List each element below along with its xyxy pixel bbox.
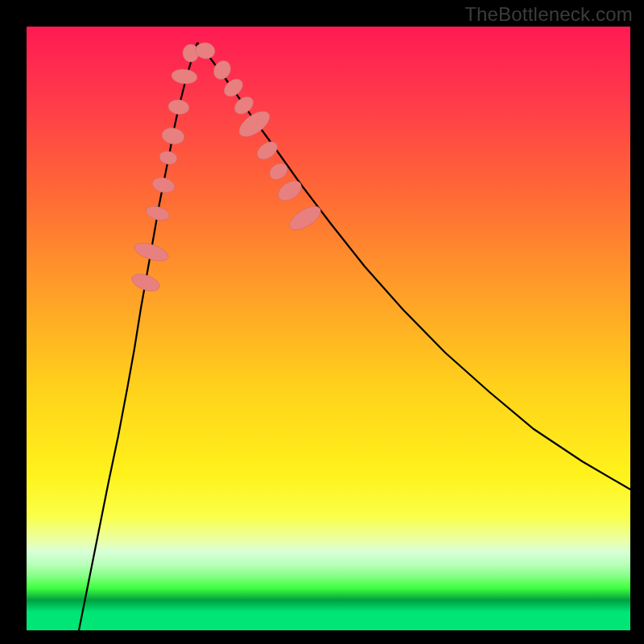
data-dot [231,93,257,118]
chart-frame: TheBottleneck.com [0,0,644,644]
plot-area [27,27,630,630]
data-dot [221,76,246,101]
data-dot [171,68,198,85]
data-dot [130,270,162,294]
watermark-text: TheBottleneck.com [464,3,633,26]
data-dot [132,240,170,265]
chart-svg [27,27,630,630]
right-curve [197,43,630,489]
data-dot [159,150,179,166]
data-dot [160,126,185,147]
data-dot [167,98,190,115]
data-dot [144,204,171,223]
data-dot [275,177,305,204]
data-dot [210,58,233,83]
data-dot [254,138,280,163]
data-dot [151,175,176,195]
